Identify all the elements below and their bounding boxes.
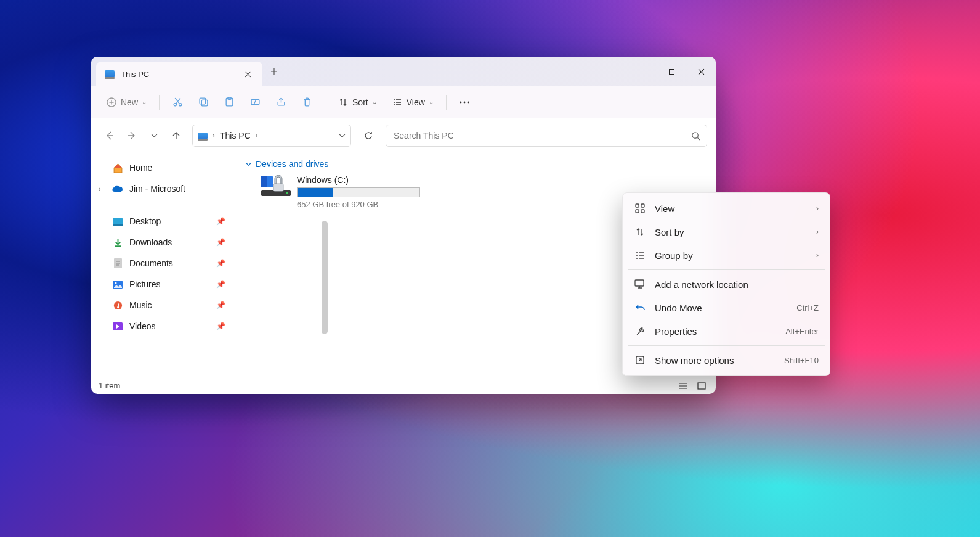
recent-button[interactable] xyxy=(144,126,164,146)
view-button[interactable]: View ⌄ xyxy=(386,93,440,112)
svg-rect-21 xyxy=(261,176,267,187)
sidebar-item-desktop[interactable]: Desktop 📌 xyxy=(95,211,232,231)
pin-icon[interactable]: 📌 xyxy=(216,322,225,330)
sidebar-item-downloads[interactable]: Downloads 📌 xyxy=(95,232,232,252)
cut-button[interactable] xyxy=(166,93,189,112)
sort-icon xyxy=(634,226,646,238)
pin-icon[interactable]: 📌 xyxy=(216,238,225,247)
context-menu-undo-move[interactable]: Undo Move Ctrl+Z xyxy=(626,296,826,319)
search-input[interactable] xyxy=(392,130,691,141)
up-button[interactable] xyxy=(166,126,186,146)
context-menu-show-more-options[interactable]: Show more options Shift+F10 xyxy=(626,348,826,372)
svg-point-17 xyxy=(115,282,117,284)
home-icon xyxy=(112,162,123,173)
sidebar-item-videos[interactable]: Videos 📌 xyxy=(95,316,232,336)
ellipsis-icon xyxy=(459,97,470,108)
svg-rect-28 xyxy=(636,210,639,213)
address-row: › This PC › xyxy=(91,118,716,153)
back-button[interactable] xyxy=(100,126,119,146)
pin-icon[interactable]: 📌 xyxy=(216,301,225,309)
sidebar-item-documents[interactable]: Documents 📌 xyxy=(95,253,232,273)
svg-point-3 xyxy=(179,104,181,106)
context-menu-properties[interactable]: Properties Alt+Enter xyxy=(626,319,826,343)
picture-icon xyxy=(112,279,123,290)
chevron-down-icon[interactable] xyxy=(245,162,252,166)
details-view-button[interactable] xyxy=(676,380,690,391)
svg-rect-5 xyxy=(201,100,208,106)
video-icon xyxy=(112,321,123,332)
context-menu-add-network-location[interactable]: Add a network location xyxy=(626,273,826,296)
group-icon xyxy=(634,249,646,261)
cloud-icon xyxy=(112,183,123,194)
sidebar-item-pictures[interactable]: Pictures 📌 xyxy=(95,274,232,294)
copy-button[interactable] xyxy=(192,93,215,112)
rename-icon xyxy=(249,97,261,108)
scrollbar[interactable] xyxy=(322,221,328,334)
delete-button[interactable] xyxy=(295,93,318,112)
tab-this-pc[interactable]: This PC xyxy=(96,62,262,86)
tab-title: This PC xyxy=(121,70,233,79)
pin-icon[interactable]: 📌 xyxy=(216,259,225,268)
search-bar[interactable] xyxy=(386,125,707,147)
context-menu-sort-by[interactable]: Sort by › xyxy=(626,220,826,244)
sidebar-item-music[interactable]: Music 📌 xyxy=(95,295,232,315)
breadcrumb-separator: › xyxy=(256,131,258,140)
music-icon xyxy=(112,300,123,311)
group-header-devices[interactable]: Devices and drives xyxy=(245,159,706,169)
context-menu: View › Sort by › Group by › Add a networ… xyxy=(622,192,830,376)
address-dropdown[interactable] xyxy=(339,134,346,138)
rename-button[interactable] xyxy=(243,93,267,112)
new-tab-button[interactable] xyxy=(262,57,286,86)
close-window-button[interactable] xyxy=(686,57,716,86)
breadcrumb-separator: › xyxy=(213,131,215,140)
download-icon xyxy=(112,237,123,248)
desktop-icon xyxy=(112,216,123,227)
item-count: 1 item xyxy=(99,381,120,390)
svg-point-23 xyxy=(286,192,288,194)
svg-rect-0 xyxy=(669,69,674,74)
new-button[interactable]: New ⌄ xyxy=(100,93,153,112)
forward-button[interactable] xyxy=(122,126,142,146)
chevron-down-icon: ⌄ xyxy=(429,99,434,105)
minimize-button[interactable] xyxy=(627,57,657,86)
close-tab-button[interactable] xyxy=(239,65,256,83)
drive-free-text: 652 GB free of 920 GB xyxy=(297,200,420,209)
drive-name: Windows (C:) xyxy=(297,175,420,185)
context-menu-view[interactable]: View › xyxy=(626,197,826,220)
scissors-icon xyxy=(172,97,183,108)
document-icon xyxy=(112,258,123,269)
sidebar-item-onedrive[interactable]: › Jim - Microsoft xyxy=(95,179,232,199)
plus-circle-icon xyxy=(106,97,117,108)
svg-point-11 xyxy=(467,101,469,103)
monitor-icon xyxy=(198,133,208,139)
sidebar: Home › Jim - Microsoft Desktop 📌 Downloa… xyxy=(91,153,235,377)
paste-button[interactable] xyxy=(217,93,241,112)
pin-icon[interactable]: 📌 xyxy=(216,280,225,289)
search-icon[interactable] xyxy=(691,131,700,141)
view-icon xyxy=(392,97,403,108)
chevron-down-icon: ⌄ xyxy=(142,99,147,105)
drive-icon xyxy=(261,175,291,196)
svg-rect-30 xyxy=(635,280,644,286)
network-icon xyxy=(634,278,646,290)
share-button[interactable] xyxy=(269,93,293,112)
svg-point-10 xyxy=(463,101,465,103)
svg-point-12 xyxy=(692,132,698,137)
breadcrumb-location[interactable]: This PC xyxy=(220,131,251,141)
more-button[interactable] xyxy=(453,93,476,112)
large-icons-view-button[interactable] xyxy=(695,380,708,391)
svg-rect-26 xyxy=(636,204,639,207)
pin-icon[interactable]: 📌 xyxy=(216,217,225,226)
svg-point-9 xyxy=(460,101,461,103)
address-bar[interactable]: › This PC › xyxy=(192,125,351,147)
chevron-right-icon[interactable]: › xyxy=(99,185,101,192)
toolbar: New ⌄ xyxy=(91,86,716,118)
status-bar: 1 item xyxy=(91,377,716,394)
sort-button[interactable]: Sort ⌄ xyxy=(331,93,383,112)
window-controls xyxy=(627,57,716,86)
sidebar-item-home[interactable]: Home xyxy=(95,158,232,178)
refresh-button[interactable] xyxy=(357,125,379,147)
svg-rect-14 xyxy=(113,224,123,226)
maximize-button[interactable] xyxy=(657,57,686,86)
context-menu-group-by[interactable]: Group by › xyxy=(626,244,826,267)
